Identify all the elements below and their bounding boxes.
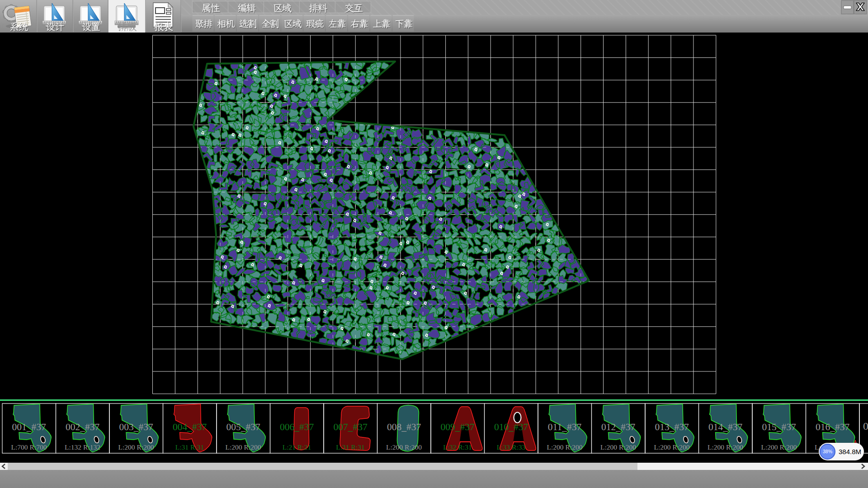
svg-text:011_#37: 011_#37: [548, 422, 582, 432]
svg-text:L:200 R:200: L:200 R:200: [386, 443, 422, 451]
svg-text:L:33 R:33: L:33 R:33: [497, 443, 526, 451]
svg-text:L:200 R:200: L:200 R:200: [761, 443, 797, 451]
svg-text:L:200 R:200: L:200 R:200: [708, 443, 743, 451]
svg-text:003_#37: 003_#37: [119, 422, 153, 432]
svg-text:L:700 R:700: L:700 R:700: [11, 443, 47, 451]
svg-text:016_#37: 016_#37: [816, 422, 850, 432]
svg-text:012_#37: 012_#37: [601, 422, 636, 432]
svg-text:L:200 R:200: L:200 R:200: [226, 443, 261, 451]
svg-text:005_#37: 005_#37: [226, 422, 260, 432]
svg-text:015_#37: 015_#37: [762, 422, 796, 432]
svg-text:001_#37: 001_#37: [12, 422, 46, 432]
svg-text:L:21 R:21: L:21 R:21: [283, 443, 311, 451]
svg-text:006_#37: 006_#37: [280, 422, 314, 432]
svg-text:L:200 R:200: L:200 R:200: [600, 443, 636, 451]
svg-text:L:31 R:31: L:31 R:31: [336, 443, 364, 451]
svg-text:L:132 R:132: L:132 R:132: [65, 443, 100, 451]
svg-text:0: 0: [863, 420, 868, 432]
svg-text:002_#37: 002_#37: [66, 422, 100, 432]
svg-text:010_#37: 010_#37: [494, 422, 528, 432]
svg-text:L:200 R:200: L:200 R:200: [654, 443, 690, 451]
svg-text:L:32 R:31: L:32 R:31: [443, 443, 472, 451]
svg-text:L:31 R:31: L:31 R:31: [175, 443, 204, 451]
svg-text:007_#37: 007_#37: [333, 422, 368, 432]
svg-text:008_#37: 008_#37: [387, 422, 421, 432]
svg-text:009_#37: 009_#37: [440, 422, 475, 432]
svg-text:004_#37: 004_#37: [173, 422, 207, 432]
svg-text:L:200 R:200: L:200 R:200: [547, 443, 583, 451]
svg-text:014_#37: 014_#37: [708, 422, 743, 432]
svg-text:013_#37: 013_#37: [655, 422, 689, 432]
svg-text:L:200 R:200: L:200 R:200: [118, 443, 154, 451]
